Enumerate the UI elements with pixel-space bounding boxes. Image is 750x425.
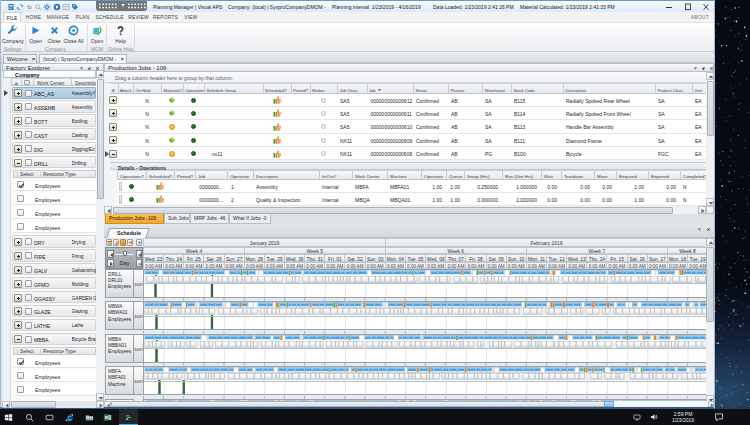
jobs-tab-what-if-jobs-0[interactable]: What If Jobs -0 xyxy=(229,214,271,224)
qat-undo-icon[interactable] xyxy=(25,3,33,11)
resource-row[interactable]: Employees xyxy=(13,221,96,233)
timeline-day[interactable]: Tue, 29 xyxy=(265,255,285,261)
timeline-month-january-2019[interactable]: January 2019 xyxy=(144,239,386,247)
jobs-scroll-thumb[interactable] xyxy=(707,81,714,136)
details-row[interactable]: 0000000...2Quality & InspectionInternalM… xyxy=(117,193,706,206)
timeline-day[interactable]: Mon, 28 xyxy=(245,255,265,261)
details-header-operations-[interactable]: Operations? xyxy=(117,171,146,179)
gantt-task-bars[interactable] xyxy=(144,367,707,373)
resource-row[interactable]: Employees xyxy=(13,207,96,219)
row-checkbox[interactable] xyxy=(25,336,32,343)
jobs-header-expand[interactable]: ✲ xyxy=(110,84,118,93)
collapse-button[interactable] xyxy=(14,159,22,167)
jobs-tab-mrp-jobs-46[interactable]: MRP Jobs -46 xyxy=(190,214,229,224)
timeline-day[interactable]: Wed, 13 xyxy=(567,255,587,261)
timeline-day[interactable]: Sat, 09 xyxy=(487,255,507,261)
taskbar-task-view-icon[interactable] xyxy=(45,413,54,422)
timeline-day[interactable]: Tue, 05 xyxy=(406,255,426,261)
details-header-operators[interactable]: Operators xyxy=(421,171,446,179)
schedule-scroll-left[interactable] xyxy=(104,401,111,408)
details-header-wait[interactable]: Wait xyxy=(541,171,561,179)
factory-row-GGASSY[interactable]: GGASSYGARDEN G xyxy=(12,291,96,303)
gantt-secondary-bars[interactable] xyxy=(144,276,707,283)
jobs-header-stock-code[interactable]: Stock Code xyxy=(511,84,563,93)
job-row[interactable]: NSA5000000000000610ConfirmedABSAB113Hand… xyxy=(110,120,706,133)
tab-close-icon[interactable]: × xyxy=(121,56,125,62)
document-tab[interactable]: Welcome× xyxy=(3,54,37,64)
document-tab[interactable]: (local) | SysproCompanyDMOM -× xyxy=(39,54,127,64)
expand-button[interactable] xyxy=(14,307,22,315)
details-header-work-center[interactable]: Work Center xyxy=(352,171,387,179)
details-header-description[interactable]: Description xyxy=(253,171,319,179)
timeline-week-week-8[interactable]: Week 8 xyxy=(668,248,707,253)
taskbar-app-active[interactable] xyxy=(119,409,138,425)
ribbon-button-close[interactable]: Close xyxy=(46,25,62,45)
factory-hscroll-thumb[interactable] xyxy=(11,401,56,408)
qat-search-icon[interactable] xyxy=(34,3,42,11)
details-header-scheduled-[interactable]: Scheduled? xyxy=(146,171,174,179)
job-expand-button[interactable] xyxy=(109,136,117,144)
expand-button[interactable] xyxy=(14,294,22,302)
gantt-resource-label[interactable]: MBWAMBWA01Employees xyxy=(105,301,134,330)
schedule-toolbar-resources-icon[interactable] xyxy=(113,239,120,246)
timeline-month-february-2019[interactable]: February 2019 xyxy=(386,239,707,247)
jobs-tab-sub-jobs[interactable]: Sub Jobs xyxy=(164,214,190,224)
timeline-day[interactable]: Tue, 19 xyxy=(688,255,707,261)
ribbon-tab-home[interactable]: HOME xyxy=(24,12,43,22)
job-expand-button[interactable] xyxy=(109,109,117,117)
timeline-day[interactable]: Thu, 24 xyxy=(164,255,184,261)
details-row[interactable]: 0000000...1AssemblyInternalMBFAMBFA011.0… xyxy=(117,180,706,193)
timeline-day[interactable]: Sat, 16 xyxy=(628,255,648,261)
details-header-required[interactable]: Required xyxy=(616,171,648,179)
row-checkbox[interactable] xyxy=(25,131,32,138)
timeline-day[interactable]: Fri, 08 xyxy=(466,255,486,261)
resource-row[interactable]: Employees xyxy=(13,356,96,368)
factory-vscrollbar[interactable] xyxy=(96,70,104,401)
factory-row-LATHE[interactable]: LATHELathe xyxy=(12,319,96,331)
expand-button[interactable] xyxy=(14,238,22,246)
jobs-scroll-up[interactable] xyxy=(706,72,714,80)
expand-button[interactable] xyxy=(14,321,22,329)
timeline-day[interactable]: Sun, 10 xyxy=(507,255,527,261)
factory-scroll-left[interactable] xyxy=(2,401,10,409)
gantt-row-area[interactable] xyxy=(143,334,707,363)
factory-row-ASSEMB[interactable]: ASSEMBAssembly xyxy=(12,100,96,112)
jobs-header-on-hold[interactable]: On Hold xyxy=(133,84,161,93)
expand-button[interactable] xyxy=(14,280,22,288)
details-header-operation[interactable]: Operation xyxy=(227,171,253,179)
tray-network-icon[interactable] xyxy=(633,413,641,421)
jobs-header-description[interactable]: Description xyxy=(563,84,655,93)
timeline-day[interactable]: Tue, 12 xyxy=(547,255,567,261)
timeline-day[interactable]: Wed, 23 xyxy=(144,255,164,261)
gantt-resource-label[interactable]: DRILLDRL01Employees xyxy=(105,269,134,298)
qat-gear-icon[interactable] xyxy=(43,3,51,11)
details-header-run-unit-hrs-[interactable]: Run (Unit Hrs) xyxy=(502,171,541,179)
ribbon-tab-about[interactable]: ABOUT xyxy=(687,12,713,22)
gantt-row-area[interactable] xyxy=(143,269,707,298)
ribbon-tab-reports[interactable]: REPORTS xyxy=(153,12,178,22)
row-checkbox[interactable] xyxy=(25,266,32,273)
job-row[interactable]: NNX11000000000000609ConfirmedABSAB111Dia… xyxy=(110,134,706,147)
ribbon-button-help[interactable]: Help xyxy=(108,25,133,45)
ribbon-button-close-all[interactable]: Close All xyxy=(63,25,84,45)
ribbon-tab-view[interactable]: VIEW xyxy=(181,12,201,22)
qat-tag-icon[interactable] xyxy=(71,3,79,11)
resource-checkbox[interactable] xyxy=(17,358,24,365)
ribbon-button-open[interactable]: Open xyxy=(89,25,105,45)
job-collapse-button[interactable] xyxy=(109,150,117,158)
jobs-vscrollbar[interactable] xyxy=(706,72,714,207)
gantt-task-bars[interactable] xyxy=(144,302,707,308)
jobs-scroll-right[interactable] xyxy=(698,206,706,214)
taskbar-file-explorer-icon[interactable] xyxy=(85,413,94,422)
timeline-day[interactable]: Thu, 14 xyxy=(587,255,607,261)
schedule-vscrollbar[interactable] xyxy=(706,238,715,403)
jobs-close-icon[interactable] xyxy=(709,66,714,71)
timeline-day[interactable]: Fri, 01 xyxy=(325,255,345,261)
details-header-teardown[interactable]: Teardown xyxy=(561,171,594,179)
timeline-day[interactable]: Mon, 11 xyxy=(527,255,547,261)
timeline-week-week-7[interactable]: Week 7 xyxy=(527,248,668,253)
factory-row-DRILL[interactable]: DRILLDrilling xyxy=(12,156,96,168)
job-expand-button[interactable] xyxy=(109,96,117,104)
job-expand-button[interactable] xyxy=(109,123,117,131)
gantt-row-area[interactable] xyxy=(143,366,707,395)
